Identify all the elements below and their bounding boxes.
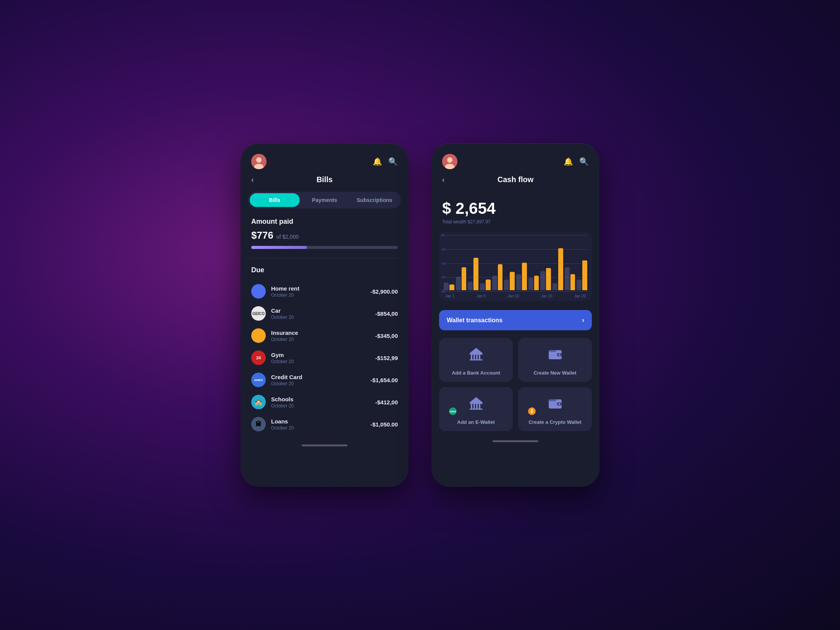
title-row: ‹ Bills — [241, 175, 409, 192]
tab-payments[interactable]: Payments — [300, 193, 350, 207]
credit-card-name: Credit Card — [271, 374, 365, 380]
progress-fill — [251, 246, 307, 249]
car-amount: -$854,00 — [375, 310, 398, 317]
chart-container: 2k -2k -2k -2k -2k — [439, 232, 592, 301]
chart-label-3: Jan 10 — [507, 294, 519, 298]
wallet-transactions-button[interactable]: Wallet transactions › — [439, 310, 592, 330]
search-icon[interactable]: 🔍 — [388, 157, 398, 166]
insurance-info: Insurance October 20 — [271, 330, 370, 342]
home-rent-date: October 20 — [271, 292, 365, 298]
schools-date: October 20 — [271, 403, 370, 409]
svg-point-4 — [447, 157, 452, 163]
credit-card-icon: AMEX — [251, 373, 266, 387]
cashflow-phone: 🔔 🔍 ‹ Cash flow $ 2,654 Total wealth $27… — [431, 143, 599, 487]
create-new-wallet-card[interactable]: Create New Wallet — [518, 338, 592, 382]
create-crypto-wallet-label: Create a Crypto Wallet — [528, 419, 581, 425]
phone-header: 🔔 🔍 — [241, 143, 409, 175]
svg-rect-22 — [470, 409, 483, 410]
cashflow-avatar — [442, 154, 457, 169]
header-icons: 🔔 🔍 — [373, 157, 398, 166]
home-rent-amount: -$2,900.00 — [370, 288, 398, 295]
notification-icon[interactable]: 🔔 — [373, 157, 382, 166]
bill-item-insurance[interactable]: Insurance October 20 -$345,00 — [241, 325, 409, 347]
home-rent-icon — [251, 284, 266, 299]
add-bank-account-label: Add a Bank Account — [452, 370, 500, 376]
create-crypto-wallet-card[interactable]: ₿ Create a Crypto Wallet — [518, 387, 592, 431]
wallet-icon — [547, 346, 563, 365]
car-info: Car October 20 — [271, 307, 370, 320]
home-rent-name: Home rent — [271, 285, 365, 292]
progress-bar — [251, 246, 398, 249]
cashflow-notification-icon[interactable]: 🔔 — [564, 157, 573, 166]
insurance-date: October 20 — [271, 337, 370, 342]
schools-info: Schools October 20 — [271, 396, 370, 409]
svg-point-26 — [558, 403, 560, 405]
tab-bills[interactable]: Bills — [250, 193, 300, 207]
svg-rect-16 — [549, 350, 556, 352]
bank-icon — [468, 346, 484, 365]
svg-point-15 — [558, 354, 560, 356]
tabs-container: Bills Payments Subscriptions — [248, 192, 401, 208]
credit-card-info: Credit Card October 20 — [271, 374, 365, 386]
svg-rect-17 — [470, 402, 483, 404]
bill-item-credit-card[interactable]: AMEX Credit Card October 20 -$1,654.00 — [241, 369, 409, 391]
svg-marker-12 — [470, 348, 483, 353]
bill-item-loans[interactable]: 🏛 Loans October 20 -$1,050.00 — [241, 413, 409, 435]
gym-info: Gym October 20 — [271, 352, 370, 364]
bill-item-car[interactable]: GEICO Car October 20 -$854,00 — [241, 302, 409, 325]
create-new-wallet-label: Create New Wallet — [533, 370, 576, 376]
crypto-badge: ₿ — [528, 407, 536, 415]
svg-point-1 — [256, 157, 262, 163]
svg-rect-27 — [549, 399, 556, 401]
loans-icon: 🏛 — [251, 417, 266, 431]
cashflow-header-icons: 🔔 🔍 — [564, 157, 589, 166]
add-bank-account-card[interactable]: Add a Bank Account — [439, 338, 513, 382]
cashflow-header: 🔔 🔍 — [431, 143, 599, 175]
chart-label-1: Jan 1 — [445, 294, 454, 298]
cashflow-title: Cash flow — [498, 175, 533, 184]
svg-rect-11 — [470, 359, 483, 360]
chart-label-5: Jan 20 — [574, 294, 586, 298]
e-wallet-badge: www — [449, 407, 457, 415]
due-label: Due — [241, 266, 409, 280]
gym-icon: 24 — [251, 351, 266, 365]
cashflow-amount: $ 2,654 — [431, 192, 599, 219]
bill-item-schools[interactable]: 🏫 Schools October 20 -$412,00 — [241, 391, 409, 413]
cashflow-subtitle: Total wealth $27,897.97 — [431, 219, 599, 232]
tab-subscriptions[interactable]: Subscriptions — [349, 193, 399, 207]
svg-rect-21 — [479, 404, 480, 409]
add-e-wallet-label: Add an E-Wallet — [457, 419, 494, 425]
loans-info: Loans October 20 — [271, 418, 365, 431]
bill-item-gym[interactable]: 24 Gym October 20 -$152,99 — [241, 347, 409, 369]
bills-phone: 🔔 🔍 ‹ Bills Bills Payments Subscriptions… — [241, 143, 409, 487]
svg-rect-20 — [476, 404, 478, 409]
cashflow-search-icon[interactable]: 🔍 — [579, 157, 589, 166]
chart-labels: Jan 1 Jan 5 Jan 10 Jan 15 Jan 20 — [444, 292, 587, 298]
gym-name: Gym — [271, 352, 370, 358]
e-wallet-bank-icon — [468, 396, 484, 415]
credit-card-amount: -$1,654.00 — [370, 377, 398, 383]
car-icon: GEICO — [251, 306, 266, 321]
cashflow-back-button[interactable]: ‹ — [442, 175, 445, 184]
amount-of: of $2,000 — [276, 234, 299, 240]
schools-icon: 🏫 — [251, 395, 266, 409]
back-button[interactable]: ‹ — [251, 175, 254, 184]
amount-row: $776 of $2,000 — [241, 229, 409, 246]
divider — [251, 258, 398, 258]
schools-name: Schools — [271, 396, 370, 402]
chart-label-4: Jan 15 — [541, 294, 552, 298]
svg-rect-7 — [471, 355, 472, 359]
svg-rect-19 — [473, 404, 475, 409]
svg-rect-8 — [473, 355, 475, 359]
credit-card-date: October 20 — [271, 381, 365, 386]
schools-amount: -$412,00 — [375, 399, 398, 405]
amount-paid-label: Amount paid — [241, 218, 409, 229]
svg-rect-10 — [479, 355, 480, 359]
home-indicator — [302, 444, 347, 446]
add-e-wallet-card[interactable]: www Add an E-Wallet — [439, 387, 513, 431]
cashflow-title-row: ‹ Cash flow — [431, 175, 599, 192]
bill-item-home-rent[interactable]: Home rent October 20 -$2,900.00 — [241, 280, 409, 302]
crypto-wallet-icon — [547, 396, 563, 415]
insurance-amount: -$345,00 — [375, 333, 398, 339]
home-rent-info: Home rent October 20 — [271, 285, 365, 298]
